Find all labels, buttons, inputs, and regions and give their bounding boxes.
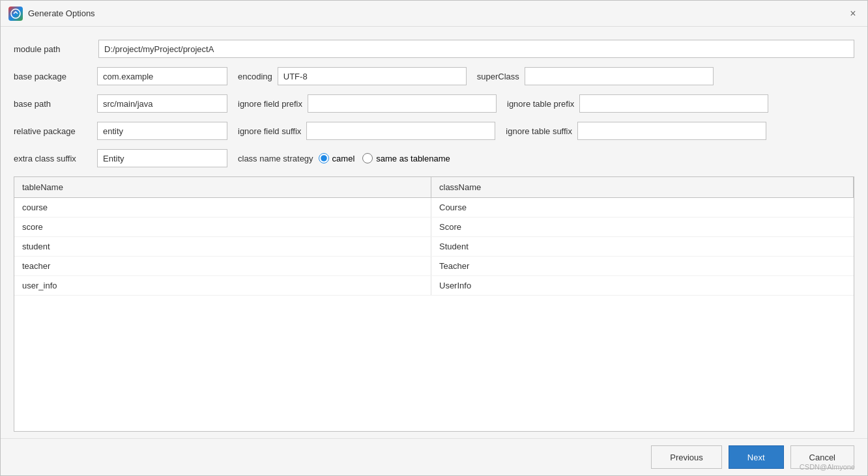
- footer: Previous Next Cancel: [1, 438, 867, 475]
- title-bar-left: Generate Options: [8, 7, 95, 21]
- camel-radio-item[interactable]: camel: [319, 153, 355, 163]
- ignore-table-prefix-group: ignore table prefix: [507, 94, 768, 113]
- title-bar: Generate Options ×: [1, 1, 867, 27]
- same-as-tablename-radio[interactable]: [362, 153, 373, 163]
- row-5: extra class suffix class name strategy c…: [14, 149, 854, 167]
- ignore-field-prefix-input[interactable]: [308, 94, 497, 113]
- next-button[interactable]: Next: [729, 445, 784, 469]
- table-row: scoreScore: [14, 217, 854, 237]
- module-path-input[interactable]: [98, 40, 854, 58]
- module-path-row: module path: [14, 40, 854, 58]
- svg-point-0: [11, 9, 20, 18]
- base-package-group: base package: [14, 67, 227, 85]
- class-name-cell: Teacher: [431, 257, 854, 275]
- table-name-cell: user_info: [14, 276, 431, 295]
- ignore-field-prefix-label: ignore field prefix: [238, 99, 302, 109]
- row-3: base path ignore field prefix ignore tab…: [14, 94, 854, 113]
- extra-class-suffix-label: extra class suffix: [14, 154, 92, 163]
- ignore-table-prefix-label: ignore table prefix: [507, 99, 574, 109]
- ignore-table-suffix-group: ignore table suffix: [506, 122, 766, 140]
- table-body: courseCoursescoreScorestudentStudentteac…: [14, 198, 854, 431]
- close-button[interactable]: ×: [846, 7, 860, 20]
- table-name-cell: course: [14, 198, 431, 217]
- table-container: tableName className courseCoursescoreSco…: [14, 176, 854, 432]
- table-name-cell: student: [14, 237, 431, 256]
- ignore-field-suffix-input[interactable]: [306, 122, 495, 140]
- table-name-cell: score: [14, 217, 431, 236]
- table-header: tableName className: [14, 177, 854, 198]
- relative-package-group: relative package: [14, 122, 227, 140]
- app-icon: [8, 7, 23, 21]
- class-name-strategy-group: class name strategy camel same as tablen…: [238, 153, 450, 163]
- ignore-table-suffix-input[interactable]: [577, 122, 766, 140]
- window-title: Generate Options: [28, 8, 95, 18]
- ignore-table-suffix-label: ignore table suffix: [506, 126, 572, 136]
- content-area: module path base package encoding superC…: [1, 27, 867, 438]
- ignore-table-prefix-input[interactable]: [579, 94, 768, 113]
- row-4: relative package ignore field suffix ign…: [14, 122, 854, 140]
- class-name-strategy-radio-group: camel same as tablename: [319, 153, 450, 163]
- col-table-name-header: tableName: [14, 177, 431, 197]
- table-name-cell: teacher: [14, 257, 431, 275]
- base-path-input[interactable]: [97, 94, 227, 113]
- class-name-cell: Student: [431, 237, 854, 256]
- class-name-cell: Course: [431, 198, 854, 217]
- previous-button[interactable]: Previous: [651, 445, 722, 469]
- table-row: studentStudent: [14, 237, 854, 257]
- extra-class-suffix-input[interactable]: [97, 149, 227, 167]
- extra-class-suffix-group: extra class suffix: [14, 149, 227, 167]
- super-class-input[interactable]: [525, 67, 714, 85]
- relative-package-input[interactable]: [97, 122, 227, 140]
- table-row: user_infoUserInfo: [14, 276, 854, 296]
- module-path-label: module path: [14, 44, 92, 54]
- class-name-cell: UserInfo: [431, 276, 854, 295]
- row-2: base package encoding superClass: [14, 67, 854, 85]
- encoding-group: encoding: [238, 67, 467, 85]
- relative-package-label: relative package: [14, 126, 92, 136]
- super-class-group: superClass: [477, 67, 714, 85]
- table-row: teacherTeacher: [14, 257, 854, 276]
- camel-label: camel: [332, 154, 355, 163]
- base-path-group: base path: [14, 94, 227, 113]
- base-package-label: base package: [14, 72, 92, 81]
- camel-radio[interactable]: [319, 153, 329, 163]
- class-name-strategy-label: class name strategy: [238, 154, 313, 163]
- ignore-field-prefix-group: ignore field prefix: [238, 94, 497, 113]
- table-row: courseCourse: [14, 198, 854, 217]
- super-class-label: superClass: [477, 72, 519, 81]
- ignore-field-suffix-group: ignore field suffix: [238, 122, 495, 140]
- encoding-input[interactable]: [278, 67, 467, 85]
- base-package-input[interactable]: [97, 67, 227, 85]
- ignore-field-suffix-label: ignore field suffix: [238, 126, 301, 136]
- encoding-label: encoding: [238, 72, 272, 81]
- col-class-name-header: className: [431, 177, 854, 197]
- main-window: Generate Options × module path base pack…: [0, 0, 868, 476]
- same-as-tablename-label: same as tablename: [376, 154, 450, 163]
- watermark: CSDN@Almyone: [800, 463, 855, 471]
- same-as-tablename-radio-item[interactable]: same as tablename: [362, 153, 450, 163]
- base-path-label: base path: [14, 99, 92, 109]
- class-name-cell: Score: [431, 217, 854, 236]
